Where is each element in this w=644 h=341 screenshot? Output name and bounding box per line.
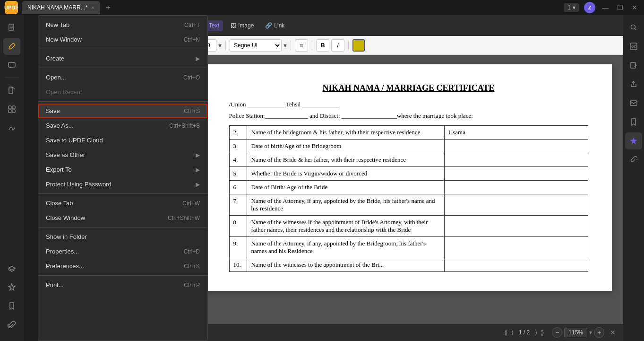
font-size-dropdown[interactable]: ▾ bbox=[218, 42, 222, 49]
svg-point-11 bbox=[631, 25, 635, 29]
menu-item-save[interactable]: Save Ctrl+S bbox=[38, 104, 207, 118]
table-row: 2. Name of the bridegroom & his father, … bbox=[229, 126, 588, 140]
format-sep-2 bbox=[291, 41, 291, 50]
active-tab[interactable]: NIKAH NAMA MARR...* × bbox=[22, 1, 100, 14]
table-row: 10. Name of the witnesses to the appoint… bbox=[229, 258, 588, 272]
row-num: 2. bbox=[229, 126, 247, 140]
menu-item-save-as[interactable]: Save As... Ctrl+Shift+S bbox=[38, 118, 207, 133]
menu-item-show-in-folder[interactable]: Show in Folder bbox=[38, 229, 207, 244]
menu-item-properties[interactable]: Properties... Ctrl+D bbox=[38, 244, 207, 259]
font-name-select[interactable]: Segoe UI bbox=[230, 39, 282, 52]
svg-rect-4 bbox=[9, 62, 15, 67]
table-row: 5. Whether the Bride is Virgin/widow or … bbox=[229, 167, 588, 181]
bold-btn[interactable]: B bbox=[316, 39, 329, 52]
doc-area: T Text 🖼 Image 🔗 Link ▾ Segoe UI ▾ ≡ bbox=[194, 15, 623, 341]
zoom-in-btn[interactable]: + bbox=[594, 327, 604, 338]
color-swatch[interactable] bbox=[352, 39, 365, 52]
image-tool-btn[interactable]: 🖼 Image bbox=[227, 20, 258, 31]
right-icon-star[interactable] bbox=[625, 132, 642, 149]
menu-item-close-tab[interactable]: Close Tab Ctrl+W bbox=[38, 196, 207, 210]
separator-6 bbox=[38, 275, 207, 276]
menu-item-open-recent[interactable]: Open Recent bbox=[38, 85, 207, 99]
separator-5 bbox=[38, 227, 207, 227]
row-num: 10. bbox=[229, 258, 247, 272]
menu-item-new-tab[interactable]: New Tab Ctrl+T bbox=[38, 17, 207, 32]
row-val bbox=[444, 167, 588, 181]
row-val bbox=[444, 153, 588, 167]
link-icon: 🔗 bbox=[265, 22, 272, 29]
separator-1 bbox=[38, 49, 207, 49]
menu-item-open[interactable]: Open... Ctrl+O bbox=[38, 70, 207, 85]
tab-label: NIKAH NAMA MARR...* bbox=[27, 4, 87, 11]
svg-rect-15 bbox=[631, 62, 635, 68]
right-icon-bookmark[interactable] bbox=[625, 114, 642, 131]
tab-close-btn[interactable]: × bbox=[91, 5, 94, 10]
svg-rect-9 bbox=[9, 110, 11, 113]
user-avatar[interactable]: Z bbox=[584, 2, 595, 13]
tabs-area: NIKAH NAMA MARR...* × + bbox=[22, 1, 564, 14]
sidebar-icon-organize[interactable] bbox=[3, 101, 20, 118]
minimize-btn[interactable]: — bbox=[600, 3, 610, 12]
menu-item-create[interactable]: Create ▶ bbox=[38, 51, 207, 66]
image-icon: 🖼 bbox=[231, 22, 236, 29]
row-desc: Whether the Bride is Virgin/widow or div… bbox=[247, 167, 444, 181]
sidebar-bottom bbox=[3, 260, 20, 337]
doc-canvas[interactable]: NIKAH NAMA / MARRIAGE CERTIFICATE /Union… bbox=[194, 55, 623, 341]
window-controls: 1 ▾ Z — ❐ ✕ bbox=[564, 2, 639, 13]
menu-item-print[interactable]: Print... Ctrl+P bbox=[38, 278, 207, 292]
format-sep-3 bbox=[312, 41, 312, 50]
row-desc: Date of birth/Age of the Bridegroom bbox=[247, 140, 444, 153]
row-num: 4. bbox=[229, 153, 247, 167]
row-desc: Name of the Attorney, if any, appointed … bbox=[247, 237, 444, 258]
menu-item-new-window[interactable]: New Window Ctrl+N bbox=[38, 32, 207, 47]
main-layout: New Tab Ctrl+T New Window Ctrl+N Create … bbox=[0, 15, 644, 341]
right-icon-search[interactable] bbox=[625, 19, 642, 36]
menu-item-save-to-cloud[interactable]: Save to UPDF Cloud bbox=[38, 133, 207, 148]
right-icon-convert[interactable] bbox=[625, 57, 642, 74]
sidebar-icon-comment[interactable] bbox=[3, 57, 20, 74]
separator-2 bbox=[38, 68, 207, 68]
menu-item-save-as-other[interactable]: Save as Other ▶ bbox=[38, 148, 207, 162]
new-tab-btn[interactable]: + bbox=[103, 2, 113, 13]
close-btn[interactable]: ✕ bbox=[630, 3, 639, 12]
right-icon-ocr[interactable]: OCR bbox=[625, 38, 642, 55]
svg-text:OCR: OCR bbox=[631, 45, 637, 48]
svg-rect-7 bbox=[9, 106, 11, 109]
sidebar-icon-clip[interactable] bbox=[3, 316, 20, 333]
restore-btn[interactable]: ❐ bbox=[615, 3, 625, 12]
sidebar-icon-star[interactable] bbox=[3, 279, 20, 296]
row-desc: Name of the witnesses to the appointment… bbox=[247, 258, 444, 272]
sidebar-icon-pages[interactable] bbox=[3, 19, 20, 36]
svg-rect-5 bbox=[9, 87, 13, 94]
svg-line-12 bbox=[635, 29, 637, 31]
menu-item-close-window[interactable]: Close Window Ctrl+Shift+W bbox=[38, 210, 207, 225]
sidebar-icon-bookmark2[interactable] bbox=[3, 297, 20, 315]
zoom-controls: − 115% ▾ + bbox=[552, 327, 604, 338]
italic-btn[interactable]: I bbox=[331, 39, 344, 52]
menu-item-preferences[interactable]: Preferences... Ctrl+K bbox=[38, 259, 207, 273]
right-icon-email[interactable] bbox=[625, 95, 642, 112]
row-val bbox=[444, 140, 588, 153]
align-btn[interactable]: ≡ bbox=[295, 39, 308, 52]
zoom-dropdown-btn[interactable]: ▾ bbox=[589, 329, 592, 336]
doc-line2: Police Station:______________ and Distri… bbox=[229, 112, 588, 120]
right-icon-attach[interactable] bbox=[625, 151, 642, 168]
doc-table: 2. Name of the bridegroom & his father, … bbox=[229, 125, 588, 272]
menu-item-protect-password[interactable]: Protect Using Password ▶ bbox=[38, 177, 207, 192]
zoom-display[interactable]: 115% bbox=[564, 328, 587, 337]
sidebar-icon-layers[interactable] bbox=[3, 260, 20, 277]
doc-toolbar: T Text 🖼 Image 🔗 Link bbox=[194, 15, 623, 36]
font-name-dropdown[interactable]: ▾ bbox=[283, 42, 287, 49]
sidebar-icon-signature[interactable] bbox=[3, 120, 20, 137]
right-icon-share[interactable] bbox=[625, 76, 642, 93]
table-row: 6. Date of Birth/ Age of the Bride bbox=[229, 181, 588, 194]
app-logo: UPDF bbox=[5, 1, 18, 14]
row-val bbox=[444, 258, 588, 272]
row-num: 9. bbox=[229, 237, 247, 258]
zoom-out-btn[interactable]: − bbox=[552, 327, 562, 338]
sidebar-icon-bookmark[interactable] bbox=[3, 82, 20, 99]
menu-item-export-to[interactable]: Export To ▶ bbox=[38, 162, 207, 177]
row-val bbox=[444, 194, 588, 216]
sidebar-icon-edit[interactable] bbox=[3, 38, 20, 55]
link-tool-btn[interactable]: 🔗 Link bbox=[261, 20, 288, 31]
